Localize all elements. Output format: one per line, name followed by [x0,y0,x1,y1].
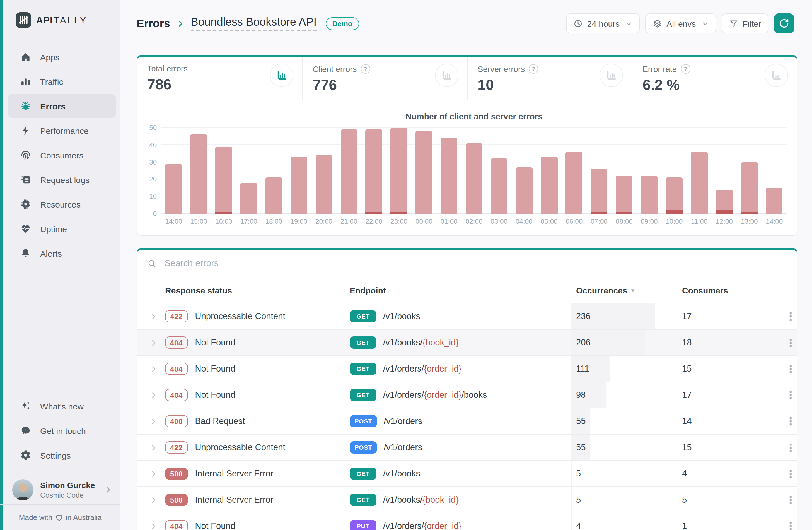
help-icon[interactable]: ? [681,64,690,74]
kebab-menu-icon[interactable]: ⋮ [785,468,796,479]
chart-bar-1400[interactable] [161,128,186,214]
sidebar-item-traffic[interactable]: Traffic [8,69,116,94]
expand-row-icon[interactable] [149,496,158,504]
chart-bar-2100[interactable] [336,128,361,214]
kebab-menu-icon[interactable]: ⋮ [785,521,796,530]
sidebar-item-consumers[interactable]: Consumers [8,143,116,167]
chart-bar-2200[interactable] [361,128,387,214]
chart-bar-2300[interactable] [387,128,411,214]
expand-row-icon[interactable] [149,338,158,347]
chart-bar-1900[interactable] [286,128,311,214]
chart-bar-1000[interactable] [662,128,687,214]
column-header-occurrences[interactable]: Occurrences ▼ [570,285,682,295]
sidebar-item-resources[interactable]: Resources [8,192,116,216]
help-icon[interactable]: ? [529,64,538,74]
column-header-response-status[interactable]: Response status [165,285,350,295]
expand-row-icon[interactable] [149,364,158,373]
sidebar-item-performance[interactable]: Performance [8,118,116,143]
stat-chart-toggle[interactable] [435,63,458,87]
chart-bar-1200[interactable] [712,128,737,214]
stat-chart-toggle[interactable] [765,63,788,87]
row-actions-cell: ⋮ [785,311,803,321]
stat-card-total-errors[interactable]: Total errors ? 786 [137,57,302,100]
sidebar-item-request-logs[interactable]: Request logs [8,167,116,192]
x-axis-tick: 15:00 [186,218,212,225]
filter-button[interactable]: Filter [721,13,768,33]
chart-bar-0400[interactable] [512,128,537,214]
breadcrumb-section[interactable]: Errors [136,17,170,30]
kebab-menu-icon[interactable]: ⋮ [785,311,796,321]
breadcrumb-app-selector[interactable]: Boundless Bookstore API [191,16,317,31]
server-errors-segment [666,210,683,214]
chart-bar-0500[interactable] [536,128,562,214]
user-menu[interactable]: Simon Gurcke Cosmic Code [0,475,120,504]
chart-bar-0300[interactable] [487,128,512,214]
stat-chart-toggle[interactable] [600,63,623,87]
expand-row-icon[interactable] [149,417,158,425]
sidebar-item-errors[interactable]: Errors [8,94,116,118]
env-filter-button[interactable]: All envs [645,13,716,33]
table-row[interactable]: 422 Unprocessable Content POST /v1/order… [137,434,797,460]
client-errors-segment [491,159,508,214]
table-row[interactable]: 422 Unprocessable Content GET /v1/books … [137,303,797,329]
sidebar-item-settings[interactable]: Settings [8,443,116,468]
path-segment: /v1/books [383,469,420,478]
sidebar-item-apps[interactable]: Apps [8,45,116,69]
help-icon[interactable]: ? [361,64,370,74]
kebab-menu-icon[interactable]: ⋮ [785,390,796,400]
expand-row-icon[interactable] [149,443,158,452]
kebab-menu-icon[interactable]: ⋮ [785,495,796,505]
stat-card-error-rate[interactable]: Error rate ? 6.2 % [632,57,797,100]
table-row[interactable]: 404 Not Found GET /v1/books/{book_id} 20… [137,329,797,355]
expand-row-icon[interactable] [149,391,158,399]
path-segment: /books [462,390,487,399]
server-errors-segment [365,212,382,214]
occurrences-value: 4 [570,521,581,530]
response-status-cell: 404 Not Found [165,389,350,401]
table-row[interactable]: 400 Bad Request POST /v1/orders 55 14 ⋮ [137,408,797,434]
chart-bar-1400[interactable] [762,128,787,214]
chart-bar-2000[interactable] [311,128,336,214]
time-range-button[interactable]: 24 hours [566,13,640,33]
sidebar-item-alerts[interactable]: Alerts [8,241,116,266]
chart-bar-1600[interactable] [212,128,236,214]
expand-row-icon[interactable] [149,312,158,320]
table-row[interactable]: 404 Not Found GET /v1/orders/{order_id} … [137,355,797,382]
table-row[interactable]: 500 Internal Server Error GET /v1/books … [137,460,797,486]
chart-bar-0600[interactable] [562,128,587,214]
expand-row-icon[interactable] [149,522,158,530]
expand-row-icon[interactable] [149,470,158,478]
stat-card-server-errors[interactable]: Server errors ? 10 [467,57,632,100]
stat-chart-toggle[interactable] [270,63,293,87]
chart-bar-1500[interactable] [186,128,212,214]
chart-bar-1700[interactable] [236,128,261,214]
table-row[interactable]: 500 Internal Server Error GET /v1/books/… [137,486,797,513]
sidebar-item-what-s-new[interactable]: What's new [8,394,116,418]
table-row[interactable]: 404 Not Found PUT /v1/orders/{order_id} … [137,513,797,530]
kebab-menu-icon[interactable]: ⋮ [785,337,796,348]
chart-bar-0700[interactable] [587,128,612,214]
column-header-consumers[interactable]: Consumers [682,285,785,295]
chart-bar-0800[interactable] [612,128,637,214]
chart-bar-0900[interactable] [637,128,662,214]
column-header-endpoint[interactable]: Endpoint [350,285,570,295]
sidebar-item-get-in-touch[interactable]: Get in touch [8,418,116,443]
search-input[interactable] [163,258,787,269]
sidebar-item-uptime[interactable]: Uptime [8,216,116,241]
kebab-menu-icon[interactable]: ⋮ [785,363,796,374]
chart-bar-0000[interactable] [411,128,437,214]
chart-bar-0100[interactable] [436,128,462,214]
endpoint-path: /v1/books/{book_id} [383,338,459,347]
kebab-menu-icon[interactable]: ⋮ [785,442,796,453]
chart-bar-1300[interactable] [737,128,762,214]
app-logo[interactable]: API TALLY [16,12,88,28]
chart-bar-1800[interactable] [261,128,286,214]
kebab-menu-icon[interactable]: ⋮ [785,416,796,427]
client-errors-segment [391,128,407,212]
stat-card-client-errors[interactable]: Client errors ? 776 [302,57,467,100]
refresh-button[interactable] [774,13,794,33]
table-row[interactable]: 404 Not Found GET /v1/orders/{order_id}/… [137,382,797,408]
status-code-badge: 422 [165,441,188,454]
chart-bar-0200[interactable] [462,128,487,214]
chart-bar-1100[interactable] [687,128,712,214]
